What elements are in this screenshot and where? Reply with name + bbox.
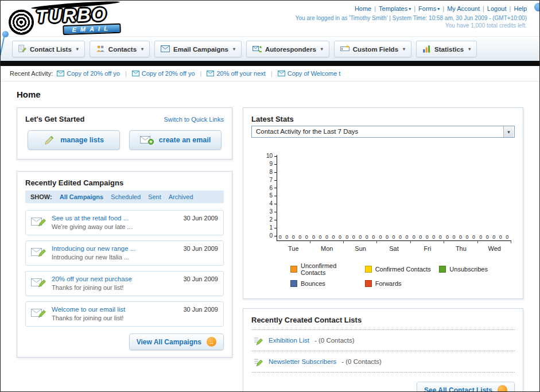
chart-x-tick-label: Wed xyxy=(478,245,511,252)
header-right: HomeTemplates▾Forms▾My AccountLogoutHelp… xyxy=(296,4,533,36)
divider xyxy=(199,70,203,77)
logo-primary-text: TURBO xyxy=(36,5,121,25)
chart-y-tick-label: 1 xyxy=(266,224,277,231)
campaign-title-link[interactable]: Introducing our new range ... xyxy=(52,245,178,252)
top-nav-links: HomeTemplates▾Forms▾My AccountLogoutHelp xyxy=(296,5,527,12)
recent-activity-item[interactable]: Copy of 20% off yo xyxy=(132,70,195,77)
contact-list-row: Exhibition List - (0 Contacts) xyxy=(251,330,515,351)
filter-all-campaigns[interactable]: All Campaigns xyxy=(60,193,103,200)
envelope-icon xyxy=(207,71,214,76)
tab-label: Contact Lists xyxy=(30,46,72,53)
chart-x-tick xyxy=(344,241,377,243)
chart-x-tick-label: Sun xyxy=(344,245,377,252)
legend-item: Unconfirmed Contacts xyxy=(290,262,360,276)
chart-x-ticks xyxy=(277,241,511,243)
campaign-title-link[interactable]: See us at the retail food ... xyxy=(52,215,178,222)
filter-sent[interactable]: Sent xyxy=(148,193,161,200)
campaign-title-link[interactable]: Welcome to our email list xyxy=(52,306,178,313)
stats-period-select[interactable]: Contact Activity for the Last 7 Days xyxy=(251,126,515,138)
divider xyxy=(270,70,274,77)
switch-quick-links-link[interactable]: Switch to Quick Links xyxy=(164,116,224,123)
recent-activity-item[interactable]: Copy of Welcome t xyxy=(278,70,341,77)
campaigns-filter-bar: SHOW: All Campaigns Scheduled Sent Archi… xyxy=(25,191,224,203)
chart-value-labels: 0 0 0 0 0 xyxy=(478,234,511,240)
tab-statistics[interactable]: Statistics ▾ xyxy=(416,41,477,57)
create-email-button[interactable]: create an email xyxy=(129,130,222,150)
chart-x-tick xyxy=(444,241,477,243)
view-all-campaigns-label: View All Campaigns xyxy=(137,338,201,346)
see-all-contact-lists-button[interactable]: See All Contact Lists → xyxy=(417,382,515,392)
get-started-title: Let's Get Started xyxy=(25,115,85,123)
decor-dot-icon xyxy=(534,3,540,11)
nav-divider-bar xyxy=(1,61,539,66)
header: TURBO EMAIL HomeTemplates▾Forms▾My Accou… xyxy=(1,1,539,36)
logo-secondary-text: EMAIL xyxy=(63,23,121,35)
envelope-pencil-icon xyxy=(31,215,46,230)
link-templates[interactable]: Templates▾ xyxy=(379,5,411,12)
chart-plot-area: 0 0 0 0 00 0 0 0 00 0 0 0 00 0 0 0 00 0 … xyxy=(277,155,511,241)
contact-activity-chart: 109876543210 0 0 0 0 00 0 0 0 00 0 0 0 0… xyxy=(266,155,511,287)
contact-list-link[interactable]: Exhibition List xyxy=(269,337,309,344)
legend-swatch-bounces xyxy=(290,280,297,287)
statistics-icon xyxy=(422,45,431,54)
tab-contacts[interactable]: Contacts ▾ xyxy=(90,41,150,57)
chevron-down-icon: ▾ xyxy=(141,46,143,52)
link-forms[interactable]: Forms▾ xyxy=(418,5,440,12)
logo-swirl-icon xyxy=(8,9,34,36)
chart-legend: Unconfirmed Contacts Confirmed Contacts … xyxy=(290,262,509,287)
login-info-text: You are logged in as 'Timothy Smith' | S… xyxy=(296,15,527,21)
chart-y-tick-label: 3 xyxy=(266,208,277,215)
see-all-contact-lists-label: See All Contact Lists xyxy=(424,386,492,392)
contact-list-row: Newsletter Subscribers - (0 Contacts) xyxy=(251,351,515,372)
contact-lists-title: Recently Created Contact Lists xyxy=(251,316,515,324)
chart-y-tick-label: 7 xyxy=(266,177,277,183)
contact-list-link[interactable]: Newsletter Subscribers xyxy=(269,358,336,365)
chart-value-labels: 0 0 0 0 0 xyxy=(310,234,344,240)
chart-y-tick-label: 8 xyxy=(266,169,277,175)
tab-label: Custom Fields xyxy=(353,46,398,53)
link-my-account[interactable]: My Account xyxy=(447,5,480,12)
arrow-right-icon: → xyxy=(498,385,507,392)
app-window: TURBO EMAIL HomeTemplates▾Forms▾My Accou… xyxy=(0,0,540,392)
contact-list-count: - (0 Contacts) xyxy=(314,337,355,344)
logo-text: TURBO EMAIL xyxy=(36,5,121,36)
manage-lists-button[interactable]: manage lists xyxy=(28,130,120,150)
filter-archived[interactable]: Archived xyxy=(169,193,193,200)
chevron-down-icon: ▾ xyxy=(321,46,323,52)
chevron-down-icon: ▾ xyxy=(403,46,405,52)
legend-swatch-confirmed xyxy=(365,266,372,273)
tab-autoresponders[interactable]: Autoresponders ▾ xyxy=(246,41,329,57)
filter-scheduled[interactable]: Scheduled xyxy=(111,193,141,200)
campaign-row: Welcome to our email list Thanks for joi… xyxy=(25,301,224,327)
chart-x-tick xyxy=(377,241,410,243)
campaign-row: See us at the retail food ... We're givi… xyxy=(25,210,224,235)
envelope-icon xyxy=(132,71,139,76)
tab-contact-lists[interactable]: Contact Lists ▾ xyxy=(12,41,85,57)
recent-contact-lists-panel: Recently Created Contact Lists Exhibitio… xyxy=(243,308,523,392)
envelope-pencil-icon xyxy=(31,276,46,290)
link-help[interactable]: Help xyxy=(514,5,527,12)
chart-x-tick-label: Fri xyxy=(411,245,444,252)
link-logout[interactable]: Logout xyxy=(487,5,507,12)
campaign-row: 20% off your next purchase Thanks for jo… xyxy=(25,271,224,296)
campaign-title-link[interactable]: 20% off your next purchase xyxy=(52,275,178,282)
divider xyxy=(371,5,379,12)
campaign-date: 30 Jun 2009 xyxy=(183,215,218,222)
recent-activity-item[interactable]: Copy of 20% off yo xyxy=(57,70,120,77)
tab-email-campaigns[interactable]: Email Campaigns ▾ xyxy=(154,41,242,57)
chart-x-tick xyxy=(310,241,344,243)
tab-label: Autoresponders xyxy=(265,46,316,53)
view-all-campaigns-button[interactable]: View All Campaigns → xyxy=(129,333,224,350)
legend-item: Forwards xyxy=(365,280,435,287)
link-home[interactable]: Home xyxy=(355,5,371,12)
campaigns-panel-title: Recently Edited Campaigns xyxy=(25,178,123,187)
manage-lists-label: manage lists xyxy=(60,136,104,144)
recent-activity-item[interactable]: 20% off your next xyxy=(207,70,265,77)
tab-custom-fields[interactable]: Custom Fields ▾ xyxy=(334,41,411,57)
credits-text: You have 1,000 total credits left. xyxy=(296,22,527,29)
page-title: Home xyxy=(17,90,523,99)
recent-campaigns-panel: Recently Edited Campaigns SHOW: All Camp… xyxy=(17,171,232,358)
campaign-subtitle: We're giving away our late ... xyxy=(52,223,178,230)
recent-activity-label: Recent Activity: xyxy=(10,70,53,77)
chart-value-labels: 0 0 0 0 0 xyxy=(411,234,444,240)
